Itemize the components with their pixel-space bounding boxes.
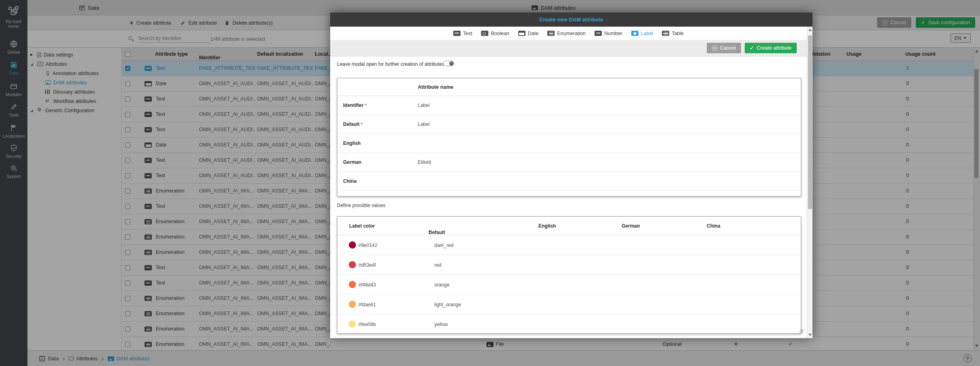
color-hex: #fee08b	[358, 322, 376, 327]
field-label: English	[343, 140, 360, 146]
color-hex: #f46d43	[358, 282, 376, 288]
attribute-name-row[interactable]: China	[337, 172, 801, 191]
type-tab-label: Table	[672, 31, 684, 36]
type-tab-label: Boolean	[491, 31, 509, 36]
value-row[interactable]: #9e0142 dark_red	[337, 235, 801, 255]
color-swatch[interactable]	[349, 241, 356, 249]
type-tab[interactable]: Text	[453, 31, 472, 36]
type-tab-label: Text	[463, 31, 472, 36]
modal-title: Create new DAM attribute	[539, 17, 603, 23]
value-default[interactable]: red	[434, 262, 441, 268]
field-value[interactable]: Etikett	[418, 159, 431, 165]
col-label-color: Label color	[349, 223, 375, 229]
type-tab-icon	[547, 31, 555, 36]
attribute-type-tabs: Text Boolean Date Enumeration	[330, 27, 807, 40]
type-tab-icon	[631, 31, 639, 36]
type-tab-icon	[518, 31, 526, 36]
field-label: Default	[343, 121, 360, 127]
create-dam-attribute-modal: Create new DAM attribute Text Boolean Da…	[330, 13, 812, 338]
field-value[interactable]: Label	[418, 102, 429, 108]
value-default[interactable]: yellow	[434, 322, 448, 327]
possible-values-panel: Label color Default * English German Chi…	[337, 216, 801, 334]
type-tab[interactable]: Label	[631, 31, 653, 36]
value-row[interactable]: #fee08b yellow	[337, 314, 801, 334]
color-swatch[interactable]	[349, 320, 356, 328]
type-tab[interactable]: Enumeration	[547, 31, 586, 36]
check-icon	[750, 45, 754, 51]
modal-scrollbar[interactable]	[807, 27, 812, 338]
color-swatch[interactable]	[349, 261, 356, 268]
type-tab-label: Date	[528, 31, 538, 36]
color-swatch[interactable]	[349, 301, 356, 308]
col-china: China	[707, 223, 720, 229]
field-label: Identifier	[343, 102, 364, 108]
color-hex: #fdae61	[358, 302, 376, 307]
scroll-down-icon[interactable]	[808, 334, 812, 336]
value-row[interactable]: #d53e4f red	[337, 255, 801, 275]
required-asterisk: *	[429, 230, 431, 235]
define-possible-values-label: Define possible values	[337, 203, 385, 208]
keep-open-label: Leave modal open for further creation of…	[337, 61, 444, 67]
col-english: English	[538, 223, 556, 229]
value-default[interactable]: dark_red	[434, 243, 453, 248]
color-hex: #9e0142	[358, 243, 377, 248]
attribute-name-header: Attribute name	[418, 84, 453, 90]
type-tab[interactable]: Number	[595, 31, 622, 36]
value-row[interactable]: #f46d43 orange	[337, 275, 801, 295]
color-hex: #d53e4f	[358, 262, 376, 268]
field-value[interactable]: Label	[418, 121, 429, 127]
required-asterisk: *	[361, 122, 362, 127]
color-swatch[interactable]	[349, 281, 356, 288]
resize-grip[interactable]	[800, 329, 804, 333]
attribute-name-row[interactable]: Identifier * Label	[337, 96, 801, 115]
value-row[interactable]: #fdae61 light_orange	[337, 295, 801, 314]
field-label: China	[343, 178, 356, 184]
col-german: German	[622, 223, 640, 229]
attribute-name-panel: Attribute name Identifier * Label Defaul…	[337, 78, 801, 197]
required-asterisk: *	[365, 103, 366, 108]
type-tab-label: Label	[641, 31, 653, 36]
modal-cancel-button[interactable]: Cancel	[707, 43, 741, 53]
type-tab-label: Number	[604, 31, 622, 36]
app-window: Fly back home Global Data Modules Tools …	[0, 0, 980, 366]
attribute-name-row[interactable]: Default * Label	[337, 115, 801, 134]
modal-action-bar: Cancel Create attribute	[330, 40, 807, 56]
create-attribute-submit-button[interactable]: Create attribute	[745, 43, 797, 53]
type-tab-icon	[481, 31, 488, 36]
attribute-name-row[interactable]: English	[337, 134, 801, 153]
type-tab-label: Enumeration	[557, 31, 586, 36]
value-default[interactable]: orange	[434, 282, 449, 288]
type-tab-icon	[453, 31, 461, 36]
field-label: German	[343, 159, 361, 165]
possible-values-header-row: Label color Default * English German Chi…	[337, 217, 801, 235]
cancel-circle-icon	[712, 46, 717, 51]
keep-open-toggle[interactable]	[443, 61, 454, 66]
type-tab-icon	[662, 31, 669, 36]
type-tab[interactable]: Boolean	[481, 31, 509, 36]
scroll-up-icon[interactable]	[808, 29, 812, 31]
type-tab-icon	[595, 31, 602, 36]
type-tab[interactable]: Table	[662, 31, 684, 36]
value-default[interactable]: light_orange	[434, 302, 461, 307]
attribute-name-row[interactable]: German Etikett	[337, 153, 801, 172]
attribute-name-header-row: Attribute name	[337, 78, 801, 96]
modal-header: Create new DAM attribute	[330, 13, 812, 27]
scrollbar-thumb[interactable]	[808, 36, 812, 209]
type-tab[interactable]: Date	[518, 31, 538, 36]
